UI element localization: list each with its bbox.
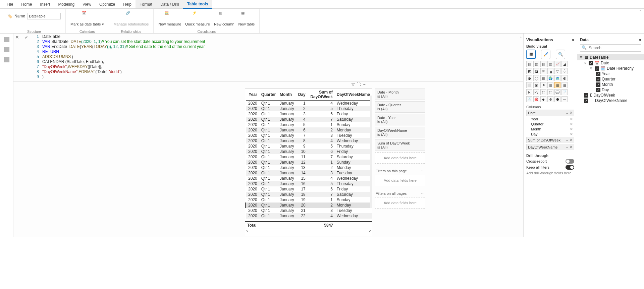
formula-collapse-icon[interactable]: ⌃ [519,36,522,41]
line-clustered-icon[interactable]: ◪ [533,68,539,74]
clustered-bar-icon[interactable]: ▤ [540,61,546,67]
treemap-icon[interactable]: ▦ [540,75,546,81]
checkbox-checked-icon[interactable]: ✓ [596,88,600,92]
new-table-button[interactable]: ▦ New table [236,10,257,27]
data-pane-collapse-icon[interactable]: » [639,38,641,42]
chevron-down-icon[interactable]: ⌄ [566,138,569,142]
table-row[interactable]: 2020Qtr 1January121Sunday [246,160,372,165]
remove-field-month[interactable]: ✕ [570,127,573,131]
table-row[interactable]: 2020Qtr 1January84Wednesday [246,138,372,143]
table-row[interactable]: 2020Qtr 1January106Friday [246,149,372,154]
keep-filters-toggle[interactable] [566,165,574,170]
dax-editor[interactable]: ⌃ 1DateTable = 2VAR StartDate = DATE(202… [32,34,523,81]
table-row[interactable]: 2020Qtr 1January154Wednesday [246,176,372,181]
tree-h-year[interactable]: ✓Year [580,71,641,76]
goals-icon[interactable]: 🎯 [533,96,539,102]
page-filter-drop[interactable]: Add data fields here [375,175,425,186]
automate-icon[interactable]: ⚙ [547,96,553,102]
vis-pane-collapse-icon[interactable]: » [572,38,574,42]
column-header[interactable]: Month [278,89,296,101]
column-header[interactable]: Year [246,89,259,101]
ribbon-chart-icon[interactable]: ≋ [540,68,546,74]
checkbox-checked-icon[interactable]: ✓ [595,66,599,71]
slicer-icon[interactable]: ☰ [547,82,553,88]
remove-field-day[interactable]: ✕ [570,132,573,136]
checkbox-checked-icon[interactable]: ✓ [584,99,588,103]
stacked-column-icon[interactable]: ▥ [533,61,539,67]
table-row[interactable]: 2020Qtr 1January191Sunday [246,197,372,203]
arcgis-icon[interactable]: ⬢ [554,96,560,102]
py-visual-icon[interactable]: Py [533,89,539,95]
visual-focus-icon[interactable]: ⛶ [357,82,361,87]
vertical-scrollbar[interactable] [370,96,372,208]
remove-field-date[interactable]: ✕ [570,111,573,115]
table-visual-icon[interactable]: ▦ [554,82,560,88]
tree-field-date[interactable]: ▽✓📅Date [580,60,641,66]
table-row[interactable]: 2020Qtr 1January62Monday [246,127,372,133]
table-row[interactable]: 2020Qtr 1January95Thursday [246,143,372,149]
table-visual[interactable]: ▽ ⛶ ⋯ YearQuarterMonthDaySum of DayOfWee… [245,89,372,236]
waterfall-icon[interactable]: ▗ [547,68,553,74]
tree-h-month[interactable]: ✓Month [580,82,641,87]
fields-search-input[interactable] [588,45,640,51]
chevron-down-icon[interactable]: ⌄ [566,145,569,149]
tab-file[interactable]: File [3,0,17,8]
all-filter-drop[interactable]: Add data fields here [375,197,425,209]
ribbon-collapse-icon[interactable]: ⌃ [639,9,642,14]
filter-card[interactable]: Date - Yearis (All) [375,114,425,125]
checkbox-checked-icon[interactable]: ✓ [596,82,600,87]
build-visual-tab[interactable]: ▦ [526,50,536,59]
table-row[interactable]: 2020Qtr 1January202Monday [246,203,372,208]
kpi-icon[interactable]: ⚑ [540,82,546,88]
tree-h-day[interactable]: ✓Day [580,87,641,93]
table-row[interactable]: 2020Qtr 1January47Saturday [246,117,372,122]
qa-icon[interactable]: 💬 [554,89,560,95]
multi-card-icon[interactable]: ▣ [533,82,539,88]
tree-table-datetable[interactable]: ▽▦DateTable [577,54,644,60]
table-row[interactable]: 2020Qtr 1January51Sunday [246,122,372,127]
filter-card[interactable]: Sum of DayOfWeekis (All) [375,139,425,151]
chevron-down-icon[interactable]: ⌄ [566,111,569,115]
pie-icon[interactable]: ◕ [526,75,532,81]
tab-datadrill[interactable]: Data / Drill [156,0,183,8]
line-stacked-icon[interactable]: ◩ [526,68,532,74]
filters-all-more-icon[interactable]: ⋯ [421,191,425,196]
r-visual-icon[interactable]: R [526,89,532,95]
decomposition-icon[interactable]: ⬚ [547,89,553,95]
mark-as-date-table-button[interactable]: 📅 Mark as date table ▾ [68,10,106,27]
tab-optimize[interactable]: Optimize [95,0,119,8]
column-header[interactable]: Quarter [259,89,278,101]
remove-field-downame[interactable]: ✕ [570,145,573,149]
donut-icon[interactable]: ◯ [533,75,539,81]
field-well-downame[interactable]: DayOfWeekName⌄ ✕ [526,144,574,150]
drillthrough-drop[interactable]: Add drill-through fields here [526,170,574,176]
table-row[interactable]: 2020Qtr 1January187Saturday [246,192,372,197]
card-icon[interactable]: ⬜ [526,82,532,88]
field-well-day[interactable]: Day✕ [526,132,574,137]
remove-field-quarter[interactable]: ✕ [570,122,573,126]
table-row[interactable]: 2020Qtr 1January14Wednesday [246,101,372,106]
new-column-button[interactable]: ▥ New column [212,10,236,27]
cross-report-toggle[interactable] [566,159,574,164]
tab-insert[interactable]: Insert [36,0,54,8]
visual-filter-drop[interactable]: Add data fields here [375,152,425,164]
tree-h-quarter[interactable]: ✓Quarter [580,76,641,82]
formula-cancel-button[interactable]: ✕ [13,34,21,40]
column-header[interactable]: Sum of DayOfWeek [308,89,335,101]
table-name-input[interactable] [27,13,61,19]
horizontal-scrollbar[interactable]: <> [245,229,372,232]
remove-field-year[interactable]: ✕ [570,117,573,121]
scatter-icon[interactable]: ⁛ [561,68,568,74]
model-view-icon[interactable] [4,57,9,62]
fields-search[interactable]: 🔍 [580,44,641,52]
checkbox-checked-icon[interactable]: ✓ [584,93,588,98]
field-well-year[interactable]: Year✕ [526,117,574,122]
field-well-sumdow[interactable]: Sum of DayOfWeek⌄ ✕ [526,137,574,143]
table-row[interactable]: 2020Qtr 1January213Tuesday [246,208,372,213]
filled-map-icon[interactable]: 🗺️ [554,75,560,81]
table-row[interactable]: 2020Qtr 1January73Tuesday [246,133,372,138]
checkbox-checked-icon[interactable]: ✓ [596,72,600,76]
line-chart-icon[interactable]: 📈 [554,61,560,67]
field-well-month[interactable]: Month✕ [526,127,574,132]
tree-field-dayofweekname[interactable]: ✓DayOfWeekName [580,98,641,103]
